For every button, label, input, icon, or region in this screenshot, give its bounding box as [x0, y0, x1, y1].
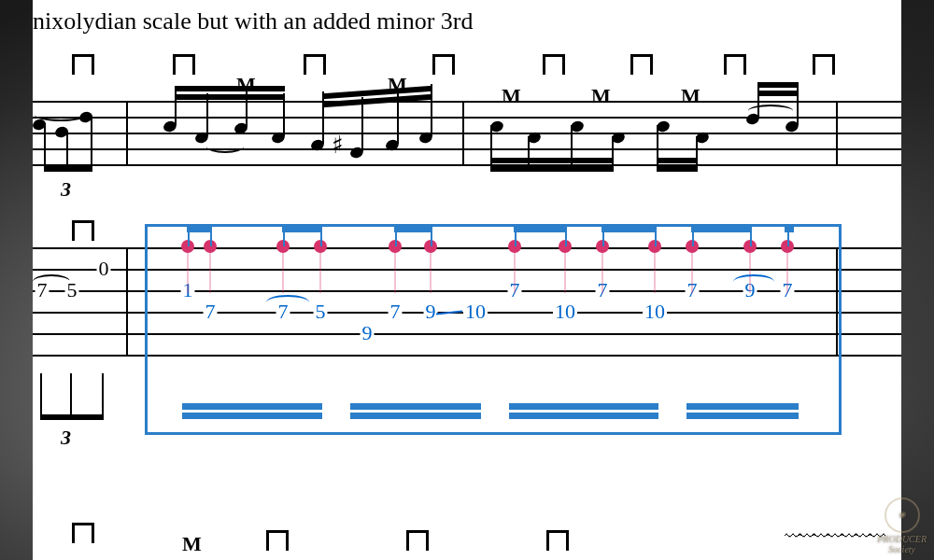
note-stem [322, 91, 324, 144]
sharp-icon: ♯ [332, 131, 344, 160]
marker-connector [187, 246, 189, 293]
blue-beam [785, 226, 794, 232]
note-beam [175, 94, 285, 100]
downstroke-icon [724, 54, 746, 72]
triplet-label: 3 [61, 426, 71, 450]
blue-beam [686, 413, 799, 419]
note-beam [175, 86, 285, 91]
marker-connector [691, 246, 693, 293]
barline [126, 101, 128, 166]
rhythm-stem [70, 373, 72, 420]
watermark-line2: Society [877, 545, 927, 555]
blue-beam [282, 226, 322, 232]
marker-connector [601, 246, 603, 293]
marker-connector [654, 246, 656, 293]
blue-beam [601, 226, 657, 232]
vibrato-icon: 〰〰〰〰〰〰〰 [785, 527, 883, 547]
tab-fret: 0 [97, 259, 111, 279]
downstroke-icon [813, 54, 835, 72]
downstroke-icon [546, 530, 569, 548]
note-beam [657, 158, 698, 163]
blue-beam [187, 226, 212, 232]
note-beam [490, 158, 614, 163]
downstroke-icon [406, 530, 429, 548]
tab-fret: 10 [463, 301, 488, 322]
blue-beam [509, 413, 658, 419]
marker-connector [319, 246, 321, 293]
sheet-music-page: nixolydian scale but with an added minor… [33, 0, 901, 560]
note-stem [431, 84, 432, 136]
tie-icon [35, 108, 87, 121]
marker-connector [514, 246, 516, 293]
barline [462, 101, 464, 166]
note-beam [44, 166, 92, 172]
note-stem [490, 125, 492, 172]
blue-beam [691, 226, 752, 232]
marker-connector [564, 246, 566, 293]
tie-icon [733, 274, 774, 289]
blue-beam [182, 403, 322, 410]
rhythm-stem [102, 373, 104, 420]
downstroke-icon [543, 54, 565, 72]
barline [126, 247, 128, 357]
tie-icon [206, 140, 244, 153]
blue-beam [182, 413, 322, 419]
note-stem [44, 123, 46, 172]
tab-fret: 10 [643, 301, 667, 322]
tab-fret: 10 [553, 301, 577, 322]
marker-connector [282, 246, 284, 293]
blue-beam [394, 226, 432, 232]
downstroke-icon [72, 54, 94, 72]
barline [836, 247, 838, 357]
rhythm-stem [40, 373, 42, 420]
blue-beam [350, 403, 481, 410]
note-stem [246, 86, 248, 127]
blue-beam [514, 226, 567, 232]
downstroke-icon [173, 54, 195, 72]
note-beam [490, 166, 614, 172]
tab-fret: 9 [424, 301, 438, 322]
watermark-line1: PRODUCER [877, 535, 927, 545]
tab-fret: 7 [35, 280, 50, 301]
tab-fret: 5 [314, 301, 328, 322]
blue-beam [350, 413, 481, 419]
scale-description: nixolydian scale but with an added minor… [33, 7, 474, 35]
blue-beam [686, 403, 799, 410]
downstroke-icon [304, 54, 326, 72]
note-stem [571, 125, 573, 172]
tab-fret: 5 [65, 280, 79, 301]
downstroke-icon [266, 530, 289, 548]
rhythm-beam [40, 414, 104, 420]
marker-connector [430, 246, 432, 293]
watermark-logo: ◉ PRODUCER Society [877, 497, 927, 554]
mute-mark: M [182, 532, 202, 556]
downstroke-icon [630, 54, 653, 72]
downstroke-icon [72, 523, 94, 540]
tab-fret: 9 [361, 323, 375, 343]
blue-beam [509, 403, 658, 410]
triplet-label: 3 [61, 177, 71, 202]
note-stem [175, 86, 177, 125]
downstroke-icon [72, 220, 94, 238]
note-stem [361, 97, 363, 151]
barline [836, 101, 838, 166]
tie-icon [748, 105, 793, 118]
tie-icon [266, 295, 309, 310]
note-beam [657, 166, 698, 172]
marker-connector [394, 246, 396, 293]
downstroke-icon [432, 54, 455, 72]
note-beam [757, 91, 799, 96]
note-beam [757, 82, 799, 88]
tab-fret: 7 [389, 301, 403, 322]
tab-fret: 7 [204, 301, 218, 322]
note-stem [657, 125, 658, 172]
note-stem [91, 116, 92, 172]
marker-connector [209, 246, 211, 293]
marker-connector [786, 246, 788, 293]
